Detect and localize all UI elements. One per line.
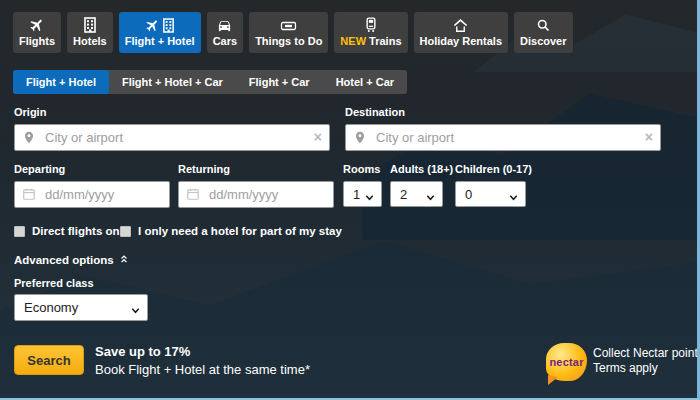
search-button[interactable]: Search bbox=[14, 345, 84, 375]
train-icon bbox=[365, 17, 377, 33]
nav-tab-things-to-do[interactable]: Things to Do bbox=[249, 12, 328, 53]
chevron-down-icon bbox=[508, 189, 519, 200]
destination-field-wrap: × bbox=[345, 124, 661, 151]
nectar-terms-text: Terms apply bbox=[593, 361, 658, 375]
nav-tab-label: Cars bbox=[213, 35, 237, 47]
origin-input[interactable] bbox=[14, 124, 330, 151]
subtab-flight-hotel[interactable]: Flight + Hotel bbox=[13, 70, 109, 94]
nav-tab-discover[interactable]: Discover bbox=[514, 12, 572, 53]
nav-tab-label: Things to Do bbox=[255, 35, 322, 47]
checkbox[interactable] bbox=[14, 226, 25, 237]
package-subtabs: Flight + Hotel Flight + Hotel + Car Flig… bbox=[13, 70, 407, 94]
nav-tab-flights[interactable]: Flights bbox=[13, 12, 61, 53]
calendar-icon bbox=[186, 187, 201, 202]
advanced-options-label: Advanced options bbox=[14, 254, 114, 266]
plane-icon bbox=[29, 17, 45, 33]
new-badge: NEW bbox=[340, 35, 366, 47]
nav-tab-label: Hotels bbox=[73, 35, 107, 47]
hotel-icon bbox=[83, 17, 97, 33]
nav-tab-trains[interactable]: NEW Trains bbox=[334, 12, 407, 53]
children-select[interactable]: 0 bbox=[455, 181, 526, 207]
nav-tab-label: Discover bbox=[520, 35, 566, 47]
ticket-icon bbox=[280, 17, 297, 33]
departing-input[interactable] bbox=[14, 181, 170, 208]
nav-tab-label: Flights bbox=[19, 35, 55, 47]
nav-tab-label: Flight + Hotel bbox=[125, 35, 195, 47]
returning-label: Returning bbox=[178, 163, 230, 175]
chevron-down-icon bbox=[364, 189, 375, 200]
nav-tab-label: Holiday Rentals bbox=[420, 35, 503, 47]
nectar-logo-text: nectar bbox=[549, 356, 583, 368]
partial-hotel-checkbox-row[interactable]: I only need a hotel for part of my stay bbox=[120, 225, 342, 237]
subtab-flight-car[interactable]: Flight + Car bbox=[236, 70, 323, 94]
destination-input[interactable] bbox=[345, 124, 661, 151]
rooms-value: 1 bbox=[344, 187, 364, 202]
nectar-logo: nectar bbox=[546, 343, 587, 381]
nav-tab-flight-hotel[interactable]: Flight + Hotel bbox=[119, 12, 201, 53]
departing-field-wrap bbox=[14, 181, 170, 208]
children-label: Children (0-17) bbox=[455, 163, 532, 175]
nectar-points-text: Collect Nectar points bbox=[593, 346, 700, 360]
origin-label: Origin bbox=[14, 106, 46, 118]
rooms-select[interactable]: 1 bbox=[343, 181, 382, 207]
house-icon bbox=[452, 17, 469, 33]
promo-title: Save up to 17% bbox=[95, 344, 190, 359]
chevron-down-icon bbox=[425, 189, 436, 200]
origin-field-wrap: × bbox=[14, 124, 330, 151]
destination-label: Destination bbox=[345, 106, 405, 118]
promo-subtitle: Book Flight + Hotel at the same time* bbox=[95, 362, 310, 377]
plane-hotel-icon bbox=[145, 17, 175, 33]
children-value: 0 bbox=[456, 187, 508, 202]
nav-tab-cars[interactable]: Cars bbox=[207, 12, 243, 53]
nav-tab-hotels[interactable]: Hotels bbox=[67, 12, 113, 53]
preferred-class-label: Preferred class bbox=[14, 277, 94, 289]
car-icon bbox=[216, 17, 233, 33]
location-pin-icon bbox=[353, 130, 368, 145]
nav-tab-holiday-rentals[interactable]: Holiday Rentals bbox=[414, 12, 509, 53]
rooms-label: Rooms bbox=[343, 163, 380, 175]
nav-tab-label: NEW Trains bbox=[340, 35, 401, 47]
direct-flights-checkbox-row[interactable]: Direct flights only bbox=[14, 225, 129, 237]
chevron-down-icon bbox=[130, 302, 141, 313]
clear-icon[interactable]: × bbox=[314, 129, 322, 145]
checkbox-label: Direct flights only bbox=[32, 225, 129, 237]
double-chevron-up-icon bbox=[119, 253, 129, 266]
preferred-class-value: Economy bbox=[15, 300, 130, 315]
subtab-flight-hotel-car[interactable]: Flight + Hotel + Car bbox=[109, 70, 236, 94]
calendar-icon bbox=[22, 187, 37, 202]
departing-label: Departing bbox=[14, 163, 65, 175]
subtab-hotel-car[interactable]: Hotel + Car bbox=[323, 70, 407, 94]
checkbox[interactable] bbox=[120, 226, 131, 237]
adults-select[interactable]: 2 bbox=[390, 181, 443, 207]
adults-label: Adults (18+) bbox=[390, 163, 453, 175]
returning-input[interactable] bbox=[178, 181, 334, 208]
search-icon bbox=[536, 17, 551, 33]
mountain-backdrop bbox=[362, 70, 697, 240]
adults-value: 2 bbox=[391, 187, 425, 202]
advanced-options-toggle[interactable]: Advanced options bbox=[14, 253, 129, 266]
location-pin-icon bbox=[22, 130, 37, 145]
checkbox-label: I only need a hotel for part of my stay bbox=[138, 225, 342, 237]
product-nav: Flights Hotels Flight + Hotel Cars bbox=[13, 12, 573, 53]
booking-widget: Flights Hotels Flight + Hotel Cars bbox=[0, 0, 700, 400]
preferred-class-select[interactable]: Economy bbox=[14, 294, 148, 321]
clear-icon[interactable]: × bbox=[645, 129, 653, 145]
returning-field-wrap bbox=[178, 181, 334, 208]
